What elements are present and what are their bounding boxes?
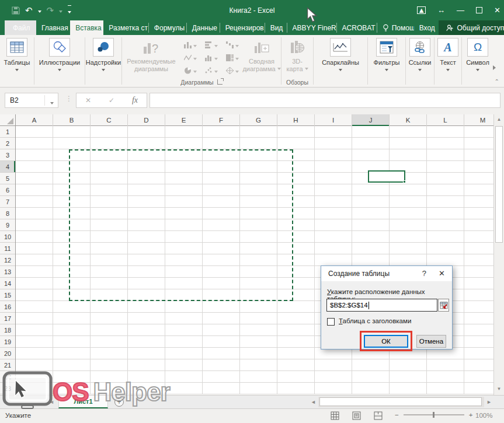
illustrations-button[interactable]: Иллюстрации bbox=[39, 35, 80, 71]
scatter-chart-button[interactable] bbox=[201, 64, 222, 77]
scroll-left-icon[interactable]: ◄ bbox=[308, 397, 318, 407]
radar-chart-button[interactable] bbox=[222, 64, 243, 77]
column-header[interactable]: E bbox=[165, 114, 203, 126]
column-header[interactable]: F bbox=[203, 114, 240, 126]
column-header[interactable]: G bbox=[240, 114, 277, 126]
map3d-button[interactable]: 3D- карта bbox=[286, 35, 308, 73]
recommended-charts-button[interactable]: ? Рекомендуемые диаграммы bbox=[123, 35, 180, 73]
share-button[interactable]: Общий доступ bbox=[439, 20, 504, 35]
row-header[interactable]: 21 bbox=[0, 359, 15, 371]
scroll-right-icon[interactable]: ► bbox=[484, 397, 494, 407]
headers-checkbox[interactable] bbox=[327, 318, 335, 326]
histogram-chart-button[interactable] bbox=[201, 51, 222, 64]
waterfall-chart-button[interactable] bbox=[222, 39, 243, 51]
row-header[interactable]: 14 bbox=[0, 278, 15, 289]
confirm-entry-icon[interactable]: ✓ bbox=[109, 96, 114, 104]
tab-formulas[interactable]: Формулы bbox=[149, 20, 186, 35]
zoom-out-icon[interactable]: − bbox=[395, 411, 399, 418]
tab-review[interactable]: Рецензиров bbox=[220, 20, 265, 35]
fill-handle[interactable] bbox=[403, 180, 406, 183]
row-header[interactable]: 3 bbox=[0, 149, 15, 161]
dialog-close-icon[interactable]: ✕ bbox=[439, 269, 445, 278]
links-button[interactable]: Ссылки bbox=[409, 35, 432, 71]
tab-insert[interactable]: Вставка bbox=[70, 20, 103, 35]
sparklines-button[interactable]: Спарклайны bbox=[322, 35, 359, 71]
zoom-slider-thumb[interactable] bbox=[433, 412, 435, 418]
symbols-button[interactable]: Ω Символ bbox=[466, 35, 489, 71]
row-header[interactable]: 20 bbox=[0, 348, 15, 359]
row-header[interactable]: 18 bbox=[0, 324, 15, 336]
row-header[interactable]: 1 bbox=[0, 126, 15, 138]
collapse-ribbon-icon[interactable]: ⌃ bbox=[495, 78, 499, 85]
hierarchy-chart-button[interactable] bbox=[222, 51, 243, 64]
formula-input[interactable] bbox=[150, 93, 500, 108]
minimize-button[interactable]: — bbox=[457, 6, 464, 14]
row-header[interactable]: 15 bbox=[0, 289, 15, 301]
row-header[interactable]: 12 bbox=[0, 254, 15, 266]
maximize-button[interactable] bbox=[476, 7, 482, 13]
horizontal-scroll-thumb[interactable] bbox=[319, 397, 482, 406]
row-header[interactable]: 7 bbox=[0, 196, 15, 208]
row-header[interactable]: 5 bbox=[0, 173, 15, 184]
column-header[interactable]: I bbox=[315, 114, 352, 126]
row-header[interactable]: 8 bbox=[0, 208, 15, 219]
scroll-down-icon[interactable]: ▼ bbox=[494, 384, 504, 394]
bar-chart-button[interactable] bbox=[201, 39, 222, 51]
pie-chart-button[interactable] bbox=[180, 64, 201, 77]
row-header[interactable]: 2 bbox=[0, 138, 15, 149]
row-header[interactable]: 10 bbox=[0, 231, 15, 243]
insert-function-icon[interactable]: fx bbox=[132, 96, 138, 105]
active-cell[interactable] bbox=[368, 170, 405, 183]
addins-button[interactable]: Надстройки bbox=[86, 35, 121, 71]
column-header[interactable]: D bbox=[128, 114, 165, 126]
name-box[interactable]: B2 bbox=[5, 93, 58, 108]
tab-data[interactable]: Данные bbox=[187, 20, 220, 35]
row-header[interactable]: 13 bbox=[0, 266, 15, 278]
range-input[interactable]: $B$2:$G$14 bbox=[326, 299, 437, 312]
dialog-help-icon[interactable]: ? bbox=[422, 269, 426, 278]
row-header[interactable]: 4 bbox=[0, 161, 15, 173]
scroll-up-icon[interactable]: ▲ bbox=[494, 114, 504, 124]
filters-button[interactable]: Фильтры bbox=[374, 35, 400, 71]
row-header[interactable]: 6 bbox=[0, 184, 15, 196]
tab-home[interactable]: Главная bbox=[36, 20, 70, 35]
formula-bar-drag-handle[interactable]: ⋮ bbox=[65, 95, 73, 103]
close-button[interactable]: ✕ bbox=[494, 6, 500, 14]
zoom-slider[interactable] bbox=[404, 414, 464, 415]
stock-chart-button[interactable] bbox=[180, 51, 201, 64]
row-header[interactable]: 19 bbox=[0, 336, 15, 348]
horizontal-scrollbar[interactable]: ◄ ► bbox=[308, 397, 494, 407]
column-header[interactable]: C bbox=[91, 114, 128, 126]
column-header[interactable]: H bbox=[277, 114, 315, 126]
tab-page-layout[interactable]: Разметка ст bbox=[103, 20, 148, 35]
row-header[interactable]: 17 bbox=[0, 313, 15, 324]
row-header[interactable]: 16 bbox=[0, 301, 15, 313]
column-header[interactable]: K bbox=[390, 114, 427, 126]
dialog-launcher-icon[interactable] bbox=[217, 79, 223, 85]
name-box-dropdown-icon[interactable] bbox=[50, 102, 54, 104]
ribbon-display-options-icon[interactable]: ▲ bbox=[417, 6, 426, 14]
zoom-level[interactable]: 100% bbox=[475, 412, 492, 419]
tab-help[interactable]: Помощь bbox=[377, 20, 414, 35]
cancel-button[interactable]: Отмена bbox=[416, 335, 446, 348]
row-header[interactable]: 9 bbox=[0, 219, 15, 231]
range-picker-button[interactable] bbox=[438, 299, 449, 312]
cancel-entry-icon[interactable]: ✕ bbox=[85, 96, 91, 104]
column-header[interactable]: A bbox=[16, 114, 53, 126]
cells-region[interactable] bbox=[16, 126, 493, 394]
tables-button[interactable]: Таблицы bbox=[4, 35, 30, 71]
column-header[interactable]: B bbox=[53, 114, 91, 126]
pivot-chart-button[interactable]: Сводная диаграмма bbox=[243, 35, 280, 73]
page-break-view-icon[interactable] bbox=[374, 411, 383, 420]
text-button[interactable]: A Текст bbox=[437, 35, 458, 71]
tab-acrobat[interactable]: ACROBAT bbox=[337, 20, 377, 35]
ribbon-overflow-icon[interactable] bbox=[493, 65, 496, 70]
vertical-scrollbar[interactable]: ▲ ▼ bbox=[493, 114, 504, 395]
tab-view[interactable]: Вид bbox=[265, 20, 287, 35]
normal-view-icon[interactable] bbox=[331, 411, 339, 420]
row-header[interactable]: 11 bbox=[0, 243, 15, 254]
vertical-scroll-thumb[interactable] bbox=[495, 126, 503, 243]
column-header[interactable]: L bbox=[427, 114, 464, 126]
page-layout-view-icon[interactable] bbox=[352, 411, 361, 420]
column-header[interactable]: J bbox=[352, 114, 390, 126]
